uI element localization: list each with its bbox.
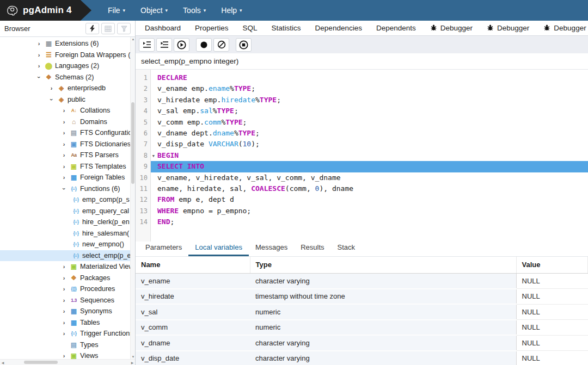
tree-item[interactable]: ›AaFTS Parsers bbox=[0, 150, 135, 161]
bottom-tab-local-variables[interactable]: Local variables bbox=[188, 240, 249, 256]
code-editor[interactable]: 1DECLARE2v_ename emp.ename%TYPE;3v_hired… bbox=[136, 70, 588, 242]
tree-item[interactable]: ›1.3Sequences bbox=[0, 295, 135, 306]
tree-item[interactable]: ›❖Packages bbox=[0, 273, 135, 284]
bottom-tab-stack[interactable]: Stack bbox=[331, 240, 362, 256]
line-number[interactable]: 14 bbox=[136, 216, 151, 227]
chevron-right-icon[interactable]: › bbox=[59, 163, 69, 170]
chevron-down-icon[interactable]: › bbox=[48, 94, 55, 104]
cell-value[interactable]: NULL bbox=[516, 320, 588, 336]
table-row[interactable]: v_commnumericNULL bbox=[136, 320, 588, 336]
tab-dependencies[interactable]: Dependencies bbox=[308, 21, 369, 35]
chevron-right-icon[interactable]: › bbox=[59, 275, 69, 281]
tree-item[interactable]: {≡}emp_query_cal bbox=[0, 206, 135, 217]
cell-value[interactable]: NULL bbox=[516, 351, 588, 365]
chevron-right-icon[interactable]: › bbox=[59, 330, 69, 337]
filter-button[interactable] bbox=[117, 23, 131, 34]
sidebar-vertical-scrollbar[interactable]: ▲ ▼ bbox=[130, 37, 135, 359]
chevron-right-icon[interactable]: › bbox=[59, 141, 69, 147]
tree-item[interactable]: {≡}select_emp(p_e bbox=[0, 250, 135, 262]
view-data-button[interactable] bbox=[101, 23, 115, 34]
tab-statistics[interactable]: Statistics bbox=[265, 21, 308, 35]
scroll-up-icon[interactable]: ▲ bbox=[131, 38, 136, 41]
tree-item[interactable]: ›▦Synonyms bbox=[0, 306, 135, 317]
tree-item[interactable]: ›◈enterprisedb bbox=[0, 83, 135, 94]
query-tool-button[interactable] bbox=[85, 23, 99, 34]
tree-item[interactable]: ›{()}Procedures bbox=[0, 283, 135, 295]
tab-dashboard[interactable]: Dashboard bbox=[138, 21, 188, 35]
chevron-right-icon[interactable]: › bbox=[46, 85, 57, 91]
line-number[interactable]: 7 bbox=[136, 139, 151, 150]
line-number[interactable]: 9 bbox=[136, 161, 151, 172]
continue-button[interactable] bbox=[174, 38, 189, 52]
step-over-button[interactable] bbox=[156, 38, 172, 52]
tree-item[interactable]: ›▦Foreign Tables bbox=[0, 172, 135, 183]
chevron-right-icon[interactable]: › bbox=[59, 286, 69, 292]
line-number[interactable]: 13 bbox=[136, 206, 151, 216]
line-number[interactable]: 2 bbox=[136, 83, 151, 94]
cell-value[interactable]: NULL bbox=[516, 273, 588, 289]
line-number[interactable]: 6 bbox=[136, 128, 151, 139]
chevron-right-icon[interactable]: › bbox=[59, 107, 69, 114]
menu-help[interactable]: Help▾ bbox=[215, 0, 248, 21]
line-number[interactable]: 11 bbox=[136, 183, 151, 194]
tree-item[interactable]: ›▣FTS Templates bbox=[0, 161, 135, 172]
tree-item[interactable]: ›⬤Languages (2) bbox=[0, 60, 135, 72]
table-row[interactable]: v_hiredatetimestamp without time zoneNUL… bbox=[136, 289, 588, 305]
line-number[interactable]: 10 bbox=[136, 172, 151, 183]
chevron-down-icon[interactable]: › bbox=[61, 183, 68, 194]
table-row[interactable]: v_enamecharacter varyingNULL bbox=[136, 273, 588, 289]
chevron-right-icon[interactable]: › bbox=[59, 129, 69, 136]
tab-dependents[interactable]: Dependents bbox=[369, 21, 423, 35]
chevron-right-icon[interactable]: › bbox=[34, 52, 44, 58]
chevron-right-icon[interactable]: › bbox=[34, 63, 44, 69]
scrollbar-thumb[interactable] bbox=[131, 102, 134, 184]
chevron-right-icon[interactable]: › bbox=[59, 319, 69, 326]
tree-item[interactable]: ›◈public bbox=[0, 94, 135, 106]
tree-item[interactable]: ›▣Materialized Views bbox=[0, 261, 135, 273]
scroll-left-icon[interactable]: ◀ bbox=[0, 361, 5, 364]
tree-item[interactable]: ›{≡}Functions (6) bbox=[0, 183, 135, 195]
chevron-right-icon[interactable]: › bbox=[59, 297, 69, 304]
toggle-breakpoint-button[interactable] bbox=[196, 38, 212, 52]
line-number[interactable]: 5 bbox=[136, 117, 151, 128]
tab-debugger-3[interactable]: Debugger bbox=[536, 21, 588, 35]
chevron-right-icon[interactable]: › bbox=[59, 263, 69, 270]
cell-value[interactable]: NULL bbox=[516, 335, 588, 351]
scroll-down-icon[interactable]: ▼ bbox=[131, 355, 136, 358]
cell-value[interactable]: NULL bbox=[516, 289, 588, 305]
tab-properties[interactable]: Properties bbox=[188, 21, 236, 35]
tree-item[interactable]: {≡}new_empno() bbox=[0, 239, 135, 250]
line-number[interactable]: 12 bbox=[136, 194, 151, 205]
tree-item[interactable]: ›▦Tables bbox=[0, 317, 135, 329]
chevron-right-icon[interactable]: › bbox=[34, 40, 44, 47]
tree-item[interactable]: {≡}emp_comp(p_s bbox=[0, 194, 135, 206]
chevron-right-icon[interactable]: › bbox=[59, 152, 69, 158]
tree-item[interactable]: ›⌂Domains bbox=[0, 116, 135, 128]
line-number[interactable]: 4 bbox=[136, 106, 151, 116]
tab-debugger-2[interactable]: Debugger bbox=[480, 21, 536, 35]
chevron-down-icon[interactable]: › bbox=[36, 72, 42, 82]
tree-item[interactable]: ›{≡}Trigger Functions bbox=[0, 328, 135, 339]
sidebar-horizontal-scrollbar[interactable]: ◀ ▶ bbox=[0, 359, 135, 365]
table-row[interactable]: v_dnamecharacter varyingNULL bbox=[136, 335, 588, 351]
tree-item[interactable]: ›☰Foreign Data Wrappers (2 bbox=[0, 50, 135, 61]
tree-item[interactable]: ›A↓Collations bbox=[0, 105, 135, 116]
chevron-right-icon[interactable]: › bbox=[59, 119, 69, 125]
bottom-tab-parameters[interactable]: Parameters bbox=[139, 240, 188, 256]
step-into-button[interactable] bbox=[139, 38, 155, 52]
fold-marker-icon[interactable]: ▼ bbox=[152, 151, 155, 162]
tree-item[interactable]: ›▣FTS Dictionaries bbox=[0, 139, 135, 150]
line-number[interactable]: 8▼ bbox=[136, 150, 151, 161]
table-row[interactable]: v_salnumericNULL bbox=[136, 304, 588, 320]
menu-tools[interactable]: Tools▾ bbox=[176, 0, 212, 21]
bottom-tab-results[interactable]: Results bbox=[294, 240, 330, 256]
cell-value[interactable]: NULL bbox=[516, 304, 588, 320]
chevron-right-icon[interactable]: › bbox=[59, 174, 69, 181]
chevron-right-icon[interactable]: › bbox=[59, 308, 69, 314]
stop-button[interactable] bbox=[236, 38, 252, 52]
tab-sql[interactable]: SQL bbox=[236, 21, 265, 35]
tree-item[interactable]: ▤Types bbox=[0, 339, 135, 351]
tree-item[interactable]: ›▦Extensions (6) bbox=[0, 38, 135, 50]
tree-item[interactable]: ›❖Schemas (2) bbox=[0, 72, 135, 83]
bottom-tab-messages[interactable]: Messages bbox=[249, 240, 294, 256]
